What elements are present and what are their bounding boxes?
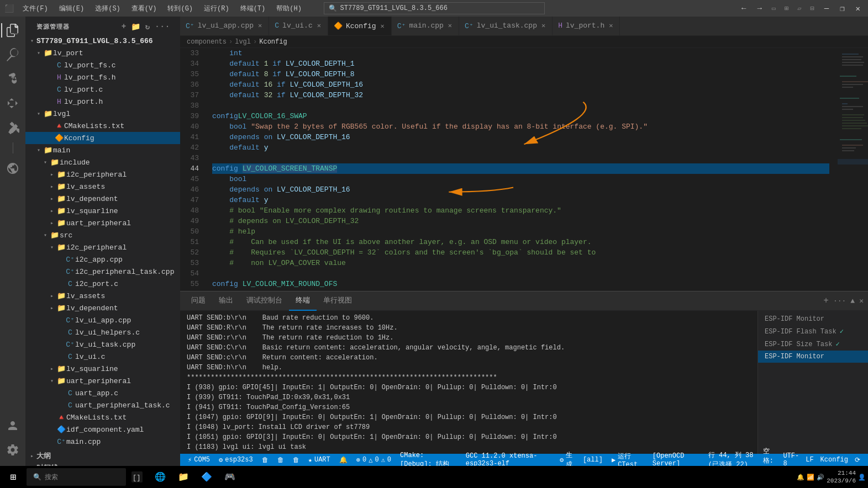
file-lv_ui_c[interactable]: C lv_ui.c <box>25 351 180 363</box>
panel-tab-terminal[interactable]: 终端 <box>289 291 317 311</box>
folder-include[interactable]: ▾ 📁 include <box>25 156 180 168</box>
tab-lv_port_h-close[interactable]: ✕ <box>608 20 614 31</box>
tab-kconfig[interactable]: 🔶 Kconfig ✕ <box>328 17 392 35</box>
folder-lv_dependent-inc[interactable]: ▸ 📁 lv_dependent <box>25 193 180 205</box>
status-cmake[interactable]: CMake: [Debug]: 结构 <box>397 452 460 466</box>
panel-right-esp-size[interactable]: ESP-IDF Size Task ✓ <box>758 338 868 351</box>
file-kconfig[interactable]: 🔶 Kconfig <box>25 132 180 144</box>
source-control-icon[interactable] <box>1 67 24 91</box>
close-button[interactable]: ✕ <box>853 3 864 14</box>
folder-uart_peripheral-inc[interactable]: ▸ 📁 uart_peripheral <box>25 217 180 229</box>
tab-lv_ui_task_cpp[interactable]: C⁺ lv_ui_task.cpp ✕ <box>459 17 553 35</box>
minimap[interactable] <box>838 48 868 291</box>
panel-right-esp-monitor-1[interactable]: ESP-IDF Monitor <box>758 313 868 325</box>
folder-lv_port[interactable]: ▾ 📁 lv_port <box>25 47 180 59</box>
menu-help[interactable]: 帮助(H) <box>272 3 306 14</box>
folder-i2c_peripheral-inc[interactable]: ▸ 📁 i2c_peripheral <box>25 168 180 181</box>
file-i2c_port_c[interactable]: C i2c_port.c <box>25 278 180 290</box>
status-sync[interactable]: ⟳ <box>851 456 864 464</box>
tab-lv_ui_c[interactable]: C lv_ui.c ✕ <box>269 17 328 35</box>
menu-view[interactable]: 查看(V) <box>127 3 161 14</box>
taskbar-icon-vscode[interactable]: 🔷 <box>196 466 218 488</box>
new-file-icon[interactable]: + <box>120 21 128 33</box>
status-remote[interactable]: ⚡ COM5 <box>185 456 213 464</box>
refresh-icon[interactable]: ↻ <box>144 21 151 33</box>
status-uart[interactable]: ★ UART <box>305 456 334 464</box>
status-openocd[interactable]: [OpenOCD Server] <box>649 452 703 466</box>
settings-icon[interactable] <box>1 438 24 462</box>
file-idf_component_yaml[interactable]: 🔷 idf_component.yaml <box>25 423 180 436</box>
tab-lv_port_h[interactable]: H lv_port.h ✕ <box>553 17 620 35</box>
extensions-icon[interactable] <box>1 116 24 139</box>
panel-close-icon[interactable]: ✕ <box>859 296 864 305</box>
status-spaces[interactable]: 空格: 4 <box>760 447 780 466</box>
file-cmakelists-main[interactable]: 🔺 CMakeLists.txt <box>25 411 180 423</box>
project-root[interactable]: ▾ ST7789_GT911_LVGL_8.3.5_666 <box>25 35 180 47</box>
folder-lvgl[interactable]: ▾ 📁 lvgl <box>25 108 180 120</box>
taskbar-icon-term[interactable]: [] <box>126 466 148 488</box>
remote-icon[interactable] <box>1 157 24 180</box>
file-lv_port_fs_h[interactable]: H lv_port_fs.h <box>25 71 180 83</box>
folder-main[interactable]: ▾ 📁 main <box>25 144 180 156</box>
menu-run[interactable]: 运行(R) <box>199 3 234 14</box>
taskbar-wifi-icon[interactable]: 📶 <box>807 474 814 481</box>
file-uart_app_c[interactable]: C uart_app.c <box>25 387 180 399</box>
panel-right-esp-flash[interactable]: ESP-IDF Flash Task ✓ <box>758 325 868 338</box>
layout-icon2[interactable]: ⊞ <box>782 4 791 13</box>
panel-more-icon[interactable]: ··· <box>833 297 846 305</box>
taskbar-user-icon[interactable]: 👤 <box>858 474 866 481</box>
new-folder-icon[interactable]: 📁 <box>130 21 142 33</box>
status-run[interactable]: ▶ 运行 CTest <box>608 452 647 466</box>
file-i2c_peripheral_task_cpp[interactable]: C⁺ i2c_peripheral_task.cpp <box>25 266 180 278</box>
folder-lv_squarline-inc[interactable]: ▸ 📁 lv_squarline <box>25 205 180 217</box>
status-gcc[interactable]: GCC 11.2.0 xtensa-esp32s3-elf <box>462 452 554 466</box>
status-encoding[interactable]: UTF-8 <box>780 452 802 466</box>
tab-kconfig-close[interactable]: ✕ <box>380 21 386 31</box>
breadcrumb-part-2[interactable]: Kconfig <box>259 38 287 46</box>
status-errors[interactable]: ⊗ 0 △ 0 ⚠ 0 <box>353 456 394 464</box>
file-lv_ui_task_cpp[interactable]: C⁺ lv_ui_task.cpp <box>25 338 180 351</box>
menu-select[interactable]: 选择(S) <box>91 3 125 14</box>
taskbar-notification-icon[interactable]: 🔔 <box>797 474 804 481</box>
folder-i2c_peripheral-src[interactable]: ▾ 📁 i2c_peripheral <box>25 241 180 253</box>
tab-lv_ui_c-close[interactable]: ✕ <box>316 20 322 31</box>
nav-forward[interactable]: → <box>754 3 765 14</box>
layout-icon1[interactable]: ▭ <box>770 4 778 13</box>
group-timeline[interactable]: ▸ 时间线 <box>25 462 180 466</box>
file-main-cpp[interactable]: C⁺ main.cpp <box>25 436 180 448</box>
status-build[interactable]: ⚙ 生成 <box>556 450 577 466</box>
status-chip[interactable]: ⚙ esp32s3 <box>215 456 256 464</box>
file-i2c_app_cpp[interactable]: C⁺ i2c_app.cpp <box>25 253 180 266</box>
accounts-icon[interactable] <box>1 414 24 437</box>
folder-uart_peripheral-src[interactable]: ▾ 📁 uart_peripheral <box>25 375 180 387</box>
status-trash2[interactable]: 🗑 <box>274 456 287 464</box>
folder-lv_assets-inc[interactable]: ▸ 📁 lv_assets <box>25 181 180 193</box>
file-lv_ui_app_cpp[interactable]: C⁺ lv_ui_app.cpp <box>25 314 180 326</box>
status-trash3[interactable]: 🗑 <box>290 456 303 464</box>
taskbar-icon-explorer[interactable]: 📁 <box>172 466 194 488</box>
status-all[interactable]: [all] <box>580 456 606 464</box>
explorer-icon[interactable] <box>1 19 24 42</box>
menu-file[interactable]: 文件(F) <box>18 3 52 14</box>
taskbar-clock[interactable]: 21:44 2023/9/6 <box>827 469 856 485</box>
search-activity-icon[interactable] <box>1 43 24 66</box>
tab-lv_ui_app_cpp-close[interactable]: ✕ <box>257 20 263 31</box>
panel-tab-inline[interactable]: 单行视图 <box>317 291 359 311</box>
file-uart_peripheral_task_c[interactable]: C uart_peripheral_task.c <box>25 399 180 411</box>
tab-lv_ui_app_cpp[interactable]: C⁺ lv_ui_app.cpp ✕ <box>180 17 269 35</box>
menu-terminal[interactable]: 终端(T) <box>236 3 270 14</box>
tab-lv_ui_task_cpp-close[interactable]: ✕ <box>540 20 546 31</box>
file-cmakelists-lvgl[interactable]: 🔺 CMakeLists.txt <box>25 120 180 132</box>
taskbar-icon-game[interactable]: 🎮 <box>219 466 241 488</box>
run-debug-icon[interactable] <box>1 92 24 115</box>
terminal-content[interactable]: UART SEND:b\r\n Baud rate reduction to 9… <box>180 311 757 454</box>
breadcrumb-part-0[interactable]: components <box>187 38 227 46</box>
panel-maximize-icon[interactable]: ▲ <box>850 297 855 305</box>
status-bell[interactable]: 🔔 <box>336 456 351 464</box>
taskbar-volume-icon[interactable]: 🔊 <box>817 474 824 481</box>
nav-back[interactable]: ← <box>738 3 749 14</box>
folder-lv_assets-src[interactable]: ▸ 📁 lv_assets <box>25 290 180 302</box>
taskbar-icon-browser[interactable]: 🌐 <box>149 466 171 488</box>
panel-tab-issues[interactable]: 问题 <box>185 291 212 311</box>
folder-src[interactable]: ▾ 📁 src <box>25 229 180 241</box>
